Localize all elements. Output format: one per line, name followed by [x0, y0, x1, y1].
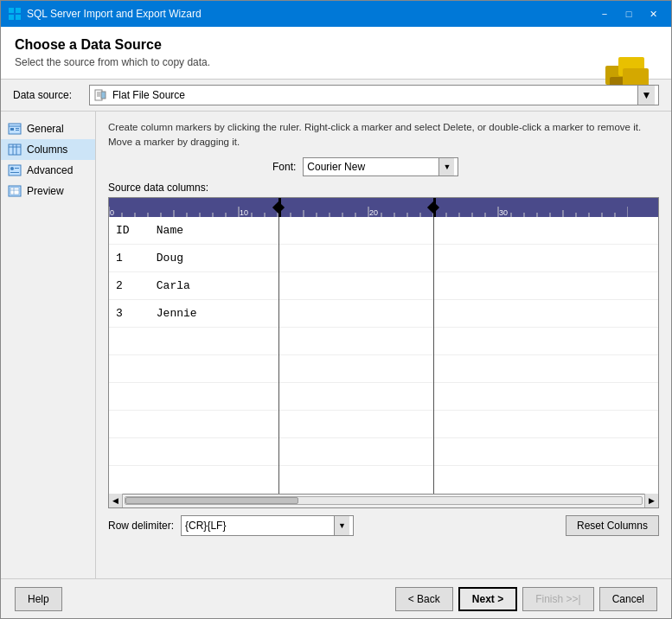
footer: Help < Back Next > Finish >>| Cancel — [1, 578, 671, 618]
nav-item-preview[interactable]: Preview — [1, 181, 95, 201]
scroll-left-btn[interactable]: ◀ — [109, 494, 123, 507]
nav-item-general[interactable]: General — [1, 118, 95, 139]
ruler[interactable] — [109, 198, 658, 217]
scroll-right-btn[interactable]: ▶ — [644, 494, 658, 507]
help-button[interactable]: Help — [15, 587, 62, 611]
nav-item-columns[interactable]: Columns — [1, 139, 95, 160]
source-data-label: Source data columns: — [108, 182, 659, 194]
datasource-row: Data source: Flat File Source ▼ — [1, 80, 671, 112]
horizontal-scrollbar[interactable]: ◀ ▶ — [108, 495, 659, 508]
instruction-text: Create column markers by clicking the ru… — [108, 120, 659, 150]
data-row-empty-5 — [109, 438, 658, 466]
svg-point-23 — [10, 167, 14, 170]
data-row-empty-3 — [109, 383, 658, 411]
row-delimiter-arrow[interactable]: ▼ — [334, 516, 349, 535]
row-delimiter-value: {CR}{LF} — [185, 520, 334, 532]
next-button[interactable]: Next > — [458, 587, 517, 611]
svg-rect-1 — [16, 8, 21, 13]
row-delimiter-label: Row delimiter: — [108, 520, 174, 532]
nav-advanced-label: Advanced — [27, 164, 73, 176]
svg-rect-25 — [10, 172, 19, 173]
svg-rect-27 — [10, 188, 19, 195]
window-controls: − □ ✕ — [593, 5, 664, 22]
nav-preview-label: Preview — [27, 185, 64, 197]
data-row-3: 3 Jennie — [109, 300, 658, 328]
svg-rect-18 — [9, 144, 21, 155]
row-delimiter-row: Row delimiter: {CR}{LF} ▼ Reset Columns — [108, 515, 659, 536]
nav-columns-label: Columns — [27, 144, 67, 156]
svg-rect-12 — [101, 92, 106, 99]
main-window: SQL Server Import and Export Wizard − □ … — [0, 0, 672, 619]
maximize-button[interactable]: □ — [618, 5, 640, 22]
data-row-empty-4 — [109, 411, 658, 438]
font-value: Courier New — [307, 161, 435, 173]
svg-rect-16 — [16, 128, 19, 129]
scroll-track — [125, 496, 643, 505]
page-subtitle: Select the source from which to copy dat… — [15, 56, 657, 68]
back-button[interactable]: < Back — [395, 587, 453, 611]
data-row-0: ID Name — [109, 217, 658, 245]
cell-2-0: 2 Carla — [116, 279, 190, 292]
nav-general-label: General — [27, 123, 64, 135]
data-row-1: 1 Doug — [109, 245, 658, 272]
cell-1-0: 1 Doug — [116, 252, 183, 265]
cell-0-0: ID Name — [116, 224, 183, 237]
main-content: General Columns Advanced — [1, 112, 671, 578]
svg-rect-24 — [15, 168, 19, 169]
font-dropdown-arrow[interactable]: ▼ — [438, 158, 454, 175]
svg-rect-15 — [10, 128, 14, 131]
data-row-2: 2 Carla — [109, 272, 658, 300]
svg-rect-2 — [9, 15, 14, 20]
data-row-empty-2 — [109, 355, 658, 383]
cancel-button[interactable]: Cancel — [599, 587, 657, 611]
data-row-empty-1 — [109, 328, 658, 355]
reset-columns-button[interactable]: Reset Columns — [566, 515, 659, 536]
datasource-label: Data source: — [13, 89, 82, 101]
cell-3-0: 3 Jennie — [116, 307, 197, 320]
data-preview: ID Name 1 Doug 2 Carla 3 Jennie — [109, 217, 658, 494]
font-dropdown[interactable]: Courier New ▼ — [303, 157, 458, 176]
title-bar: SQL Server Import and Export Wizard − □ … — [1, 1, 671, 27]
right-panel: Create column markers by clicking the ru… — [96, 112, 671, 578]
close-button[interactable]: ✕ — [642, 5, 664, 22]
scroll-thumb[interactable] — [125, 497, 298, 504]
svg-rect-0 — [9, 8, 14, 13]
row-delimiter-dropdown[interactable]: {CR}{LF} ▼ — [181, 515, 354, 536]
font-row: Font: Courier New ▼ — [108, 157, 659, 176]
left-nav: General Columns Advanced — [1, 112, 96, 578]
page-title: Choose a Data Source — [15, 37, 657, 53]
minimize-button[interactable]: − — [593, 5, 616, 22]
svg-rect-3 — [16, 15, 21, 20]
svg-rect-17 — [16, 130, 19, 131]
data-row-empty-6 — [109, 466, 658, 494]
data-area: ID Name 1 Doug 2 Carla 3 Jennie — [108, 197, 659, 495]
datasource-dropdown[interactable]: Flat File Source ▼ — [89, 85, 659, 105]
nav-item-advanced[interactable]: Advanced — [1, 160, 95, 181]
datasource-value: Flat File Source — [112, 89, 185, 101]
window-title: SQL Server Import and Export Wizard — [27, 8, 593, 20]
header-area: Choose a Data Source Select the source f… — [1, 27, 671, 80]
font-label: Font: — [272, 161, 296, 173]
app-icon — [8, 7, 22, 21]
datasource-dropdown-arrow[interactable]: ▼ — [637, 86, 655, 105]
finish-button[interactable]: Finish >>| — [522, 587, 593, 611]
svg-rect-22 — [9, 165, 21, 175]
